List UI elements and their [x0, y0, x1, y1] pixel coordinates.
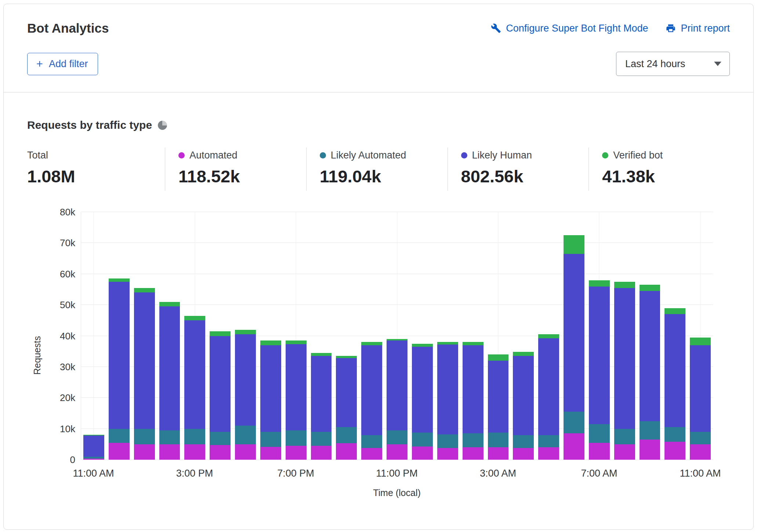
stat-verified-bot[interactable]: Verified bot 41.38k: [588, 147, 730, 191]
segment-verified-bot: [260, 340, 281, 345]
y-tick-label: 80k: [60, 207, 75, 218]
bar-2-1-00-pm[interactable]: [132, 212, 157, 460]
segment-automated: [286, 446, 307, 460]
segment-verified-bot: [564, 235, 584, 254]
bar-13-12-00-am[interactable]: [410, 212, 435, 460]
stat-likely-automated[interactable]: Likely Automated 119.04k: [306, 147, 448, 191]
segment-likely-human: [387, 340, 408, 430]
segment-automated: [589, 443, 610, 460]
bar-21-8-00-am[interactable]: [612, 212, 637, 460]
segment-likely-automated: [412, 433, 433, 447]
segment-automated: [463, 447, 483, 460]
segment-likely-human: [463, 345, 483, 433]
y-tick-label: 10k: [60, 423, 75, 434]
segment-automated: [614, 444, 635, 460]
stat-likely-human[interactable]: Likely Human 802.56k: [448, 147, 589, 191]
y-tick-label: 0: [70, 454, 75, 466]
time-range-value: Last 24 hours: [625, 58, 685, 70]
bar-1-12-00-pm[interactable]: [106, 212, 132, 460]
segment-likely-human: [235, 334, 256, 426]
segment-likely-human: [286, 344, 307, 430]
bar-9-8-00-pm[interactable]: [309, 212, 334, 460]
automated-dot: [178, 152, 185, 158]
wrench-icon: [491, 23, 501, 33]
bar-24-11-00-am[interactable]: [688, 212, 713, 460]
segment-verified-bot: [664, 308, 685, 314]
segment-likely-automated: [690, 432, 711, 444]
segment-automated: [488, 447, 509, 460]
segment-likely-human: [589, 287, 610, 424]
segment-verified-bot: [690, 338, 711, 345]
bar-5-4-00-pm[interactable]: [207, 212, 233, 460]
stat-total[interactable]: Total 1.08M: [27, 147, 165, 191]
bar-6-5-00-pm[interactable]: [233, 212, 258, 460]
stat-automated-value: 118.52k: [178, 166, 306, 186]
bar-7-6-00-pm[interactable]: [258, 212, 283, 460]
segment-likely-human: [564, 254, 584, 412]
segment-automated: [437, 448, 458, 460]
bar-15-2-00-am[interactable]: [460, 212, 486, 460]
segment-automated: [311, 446, 332, 460]
segment-verified-bot: [437, 342, 458, 345]
bar-16-3-00-am[interactable]: [486, 212, 511, 460]
segment-likely-automated: [184, 429, 205, 444]
segment-automated: [109, 443, 130, 460]
bar-14-1-00-am[interactable]: [435, 212, 460, 460]
x-tick-label: 11:00 PM: [376, 468, 418, 479]
segment-likely-human: [311, 356, 332, 432]
print-link-label: Print report: [681, 23, 730, 34]
bar-12-11-00-pm[interactable]: [384, 212, 410, 460]
segment-likely-human: [134, 292, 155, 429]
segment-verified-bot: [640, 285, 660, 291]
bar-18-5-00-am[interactable]: [536, 212, 561, 460]
segment-verified-bot: [235, 330, 256, 335]
add-filter-label: Add filter: [49, 58, 88, 70]
segment-likely-human: [109, 282, 130, 429]
bot-analytics-card: Bot Analytics Configure Super Bot Fight …: [3, 4, 754, 530]
requests-chart: Requests 010k20k30k40k50k60k70k80k 11:00…: [81, 212, 713, 498]
bar-8-7-00-pm[interactable]: [283, 212, 309, 460]
bar-22-9-00-am[interactable]: [637, 212, 663, 460]
add-filter-button[interactable]: Add filter: [27, 53, 98, 75]
segment-likely-human: [361, 345, 382, 435]
segment-likely-automated: [513, 435, 534, 448]
segment-likely-human: [640, 291, 660, 421]
card-header: Bot Analytics Configure Super Bot Fight …: [4, 4, 753, 92]
segment-likely-human: [83, 436, 104, 456]
bar-4-3-00-pm[interactable]: [182, 212, 207, 460]
segment-likely-automated: [564, 412, 584, 433]
segment-automated: [235, 444, 256, 460]
segment-automated: [513, 448, 534, 460]
bar-17-4-00-am[interactable]: [511, 212, 536, 460]
y-tick-label: 70k: [60, 237, 75, 249]
segment-verified-bot: [134, 288, 155, 293]
stat-likely-human-value: 802.56k: [461, 166, 589, 186]
stat-verified-bot-value: 41.38k: [602, 166, 730, 186]
y-tick-label: 40k: [60, 330, 75, 342]
stat-likely-human-label: Likely Human: [472, 150, 532, 161]
bar-10-9-00-pm[interactable]: [334, 212, 359, 460]
configure-super-bot-fight-mode-link[interactable]: Configure Super Bot Fight Mode: [491, 23, 648, 34]
chevron-down-icon: [714, 62, 721, 66]
segment-likely-human: [614, 288, 635, 429]
bar-19-6-00-am[interactable]: [561, 212, 587, 460]
bar-23-10-00-am[interactable]: [662, 212, 688, 460]
time-range-select[interactable]: Last 24 hours: [616, 52, 730, 76]
y-tick-label: 20k: [60, 392, 75, 404]
bar-11-10-00-pm[interactable]: [359, 212, 384, 460]
configure-link-label: Configure Super Bot Fight Mode: [506, 23, 648, 34]
y-tick-label: 60k: [60, 268, 75, 280]
card-body: Requests by traffic type Total 1.08M Aut…: [4, 119, 753, 498]
stat-automated[interactable]: Automated 118.52k: [165, 147, 306, 191]
bar-20-7-00-am[interactable]: [587, 212, 612, 460]
print-report-link[interactable]: Print report: [666, 23, 730, 34]
segment-likely-automated: [286, 430, 307, 446]
bar-3-2-00-pm[interactable]: [157, 212, 182, 460]
segment-automated: [210, 445, 231, 460]
bar-0-11-00-am[interactable]: [81, 212, 106, 460]
segment-likely-automated: [437, 434, 458, 448]
segment-likely-human: [538, 338, 559, 435]
segment-likely-human: [260, 345, 281, 432]
segment-likely-automated: [361, 435, 382, 448]
segment-automated: [664, 442, 685, 460]
